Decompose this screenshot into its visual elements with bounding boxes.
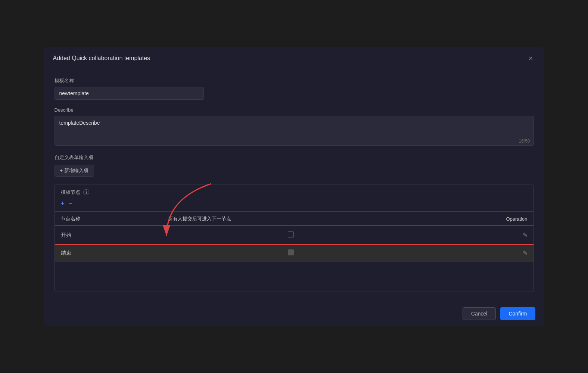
- dialog-footer: Cancel Confirm: [44, 301, 544, 326]
- table-row: 开始 ✎: [55, 226, 533, 244]
- node-name-start: 开始: [55, 226, 162, 244]
- node-checkbox-end[interactable]: [162, 244, 419, 262]
- checkbox-unchecked-icon[interactable]: [288, 231, 294, 237]
- table-header-row: 节点名称 所有人提交后可进入下一节点 Operation: [55, 212, 533, 226]
- confirm-button[interactable]: Confirm: [500, 307, 535, 320]
- template-name-group: 模板名称: [55, 77, 534, 100]
- describe-wrapper: templateDescribe 16/50: [55, 116, 534, 147]
- template-name-label: 模板名称: [55, 77, 534, 84]
- describe-textarea[interactable]: templateDescribe: [55, 116, 534, 146]
- table-spacer: [55, 262, 533, 292]
- col-advance-header: 所有人提交后可进入下一节点: [162, 212, 419, 226]
- modal-overlay: Added Quick collaboration templates × 模板…: [0, 0, 588, 373]
- checkbox-checked-icon[interactable]: [288, 249, 294, 255]
- close-button[interactable]: ×: [526, 54, 535, 63]
- describe-label: Describe: [55, 107, 534, 113]
- node-edit-start: ✎: [419, 226, 533, 244]
- nodes-section-header: 模板节点 ℹ: [55, 184, 533, 200]
- node-name-end: 结束: [55, 244, 162, 262]
- nodes-section: 模板节点 ℹ + − 节点名称 所有人提交后可进入下一节点 Operation: [55, 184, 534, 292]
- nodes-table: 节点名称 所有人提交后可进入下一节点 Operation 开始: [55, 211, 533, 262]
- custom-input-label: 自定义表单输入项: [55, 154, 534, 161]
- node-checkbox-start[interactable]: [162, 226, 419, 244]
- describe-group: Describe templateDescribe 16/50: [55, 107, 534, 147]
- info-icon: ℹ: [83, 189, 89, 195]
- custom-input-group: 自定义表单输入项 + 新增输入项: [55, 154, 534, 177]
- add-input-button[interactable]: + 新增输入项: [55, 165, 94, 177]
- col-name-header: 节点名称: [55, 212, 162, 226]
- table-row: 结束 ✎: [55, 244, 533, 262]
- dialog-header: Added Quick collaboration templates ×: [44, 47, 544, 68]
- char-count: 16/50: [519, 139, 530, 144]
- add-node-button[interactable]: +: [61, 200, 65, 207]
- dialog-title: Added Quick collaboration templates: [53, 55, 150, 62]
- node-edit-end: ✎: [419, 244, 533, 262]
- cancel-button[interactable]: Cancel: [463, 307, 496, 320]
- edit-icon-start[interactable]: ✎: [523, 232, 528, 238]
- template-name-input[interactable]: [55, 87, 204, 100]
- nodes-section-label: 模板节点: [61, 189, 80, 196]
- dialog-body: 模板名称 Describe templateDescribe 16/50 自定义…: [44, 68, 544, 301]
- edit-icon-end[interactable]: ✎: [523, 250, 528, 256]
- remove-node-button[interactable]: −: [68, 200, 72, 207]
- node-controls: + −: [55, 200, 533, 211]
- col-operation-header: Operation: [419, 212, 533, 226]
- dialog: Added Quick collaboration templates × 模板…: [44, 47, 544, 326]
